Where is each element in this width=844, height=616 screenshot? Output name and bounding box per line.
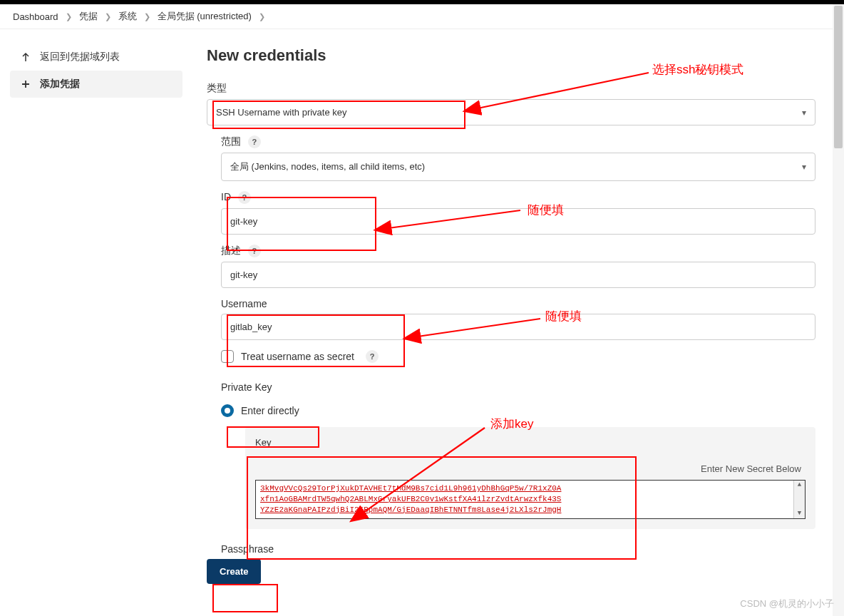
label-private-key: Private Key [221, 381, 815, 393]
radio-icon [221, 404, 234, 417]
id-value: git-key [230, 216, 257, 227]
chevron-right-icon: ❯ [259, 12, 265, 21]
plus-icon [20, 78, 31, 90]
enter-directly-radio[interactable]: Enter directly [221, 404, 299, 417]
username-input[interactable]: gitlab_key [221, 314, 815, 340]
username-value: gitlab_key [230, 322, 272, 332]
breadcrumb-item[interactable]: 系统 [118, 10, 137, 23]
sidebar-label: 添加凭据 [40, 78, 80, 91]
textarea-scrollbar[interactable]: ▲ ▼ [793, 481, 805, 518]
scrollbar-thumb[interactable] [834, 6, 843, 148]
arrow-down-icon: ▼ [798, 509, 801, 518]
help-icon[interactable]: ? [238, 191, 251, 204]
type-select[interactable]: SSH Username with private key ▾ [207, 99, 815, 125]
watermark: CSDN @机灵的小小子 [740, 597, 834, 610]
label-passphrase: Passphrase [221, 543, 815, 555]
breadcrumb-item[interactable]: 全局凭据 (unrestricted) [158, 10, 252, 23]
page-title: New credentials [207, 46, 815, 65]
page-scrollbar[interactable]: ▲ [833, 4, 844, 616]
breadcrumb-item[interactable]: 凭据 [79, 10, 98, 23]
label-type: 类型 [207, 82, 815, 95]
breadcrumb: Dashboard❯ 凭据❯ 系统❯ 全局凭据 (unrestricted)❯ [0, 4, 844, 29]
secret-note: Enter New Secret Below [255, 452, 806, 480]
label-key: Key [255, 437, 806, 448]
key-textarea[interactable]: 3kMvgVVcQs29TorPjXukDTAVHEt7tMdM9Bs7cid1… [255, 480, 806, 519]
breadcrumb-item[interactable]: Dashboard [13, 11, 58, 22]
arrow-up-icon: ▲ [798, 481, 801, 489]
label-username: Username [221, 298, 815, 309]
help-icon[interactable]: ? [248, 245, 261, 257]
help-icon[interactable]: ? [366, 350, 379, 363]
treat-secret-label: Treat username as secret [241, 351, 354, 362]
sidebar-back[interactable]: 返回到凭据域列表 [10, 43, 182, 71]
chevron-down-icon: ▾ [802, 162, 806, 172]
scope-value: 全局 (Jenkins, nodes, items, all child ite… [230, 160, 425, 173]
main-content: New credentials 类型 SSH Username with pri… [192, 29, 844, 598]
help-icon[interactable]: ? [248, 135, 261, 148]
sidebar: 返回到凭据域列表 添加凭据 [0, 29, 192, 598]
sidebar-label: 返回到凭据域列表 [40, 51, 120, 63]
label-scope: 范围 ? [221, 135, 815, 148]
type-value: SSH Username with private key [216, 107, 347, 118]
desc-value: git-key [230, 270, 257, 280]
treat-secret-checkbox[interactable] [221, 350, 234, 363]
id-input[interactable]: git-key [221, 208, 815, 235]
create-button[interactable]: Create [207, 559, 261, 584]
desc-input[interactable]: git-key [221, 262, 815, 288]
label-desc: 描述 ? [221, 245, 815, 257]
label-id: ID ? [221, 191, 815, 204]
arrow-up-icon [20, 51, 31, 63]
sidebar-add-credential[interactable]: 添加凭据 [10, 71, 182, 98]
scope-select[interactable]: 全局 (Jenkins, nodes, items, all child ite… [221, 153, 815, 181]
chevron-right-icon: ❯ [144, 12, 150, 21]
chevron-right-icon: ❯ [66, 12, 72, 21]
chevron-right-icon: ❯ [105, 12, 111, 21]
chevron-down-icon: ▾ [802, 108, 806, 118]
enter-directly-label: Enter directly [241, 405, 299, 416]
key-box: Key Enter New Secret Below 3kMvgVVcQs29T… [245, 427, 815, 529]
key-text: 3kMvgVVcQs29TorPjXukDTAVHEt7tMdM9Bs7cid1… [260, 484, 561, 514]
